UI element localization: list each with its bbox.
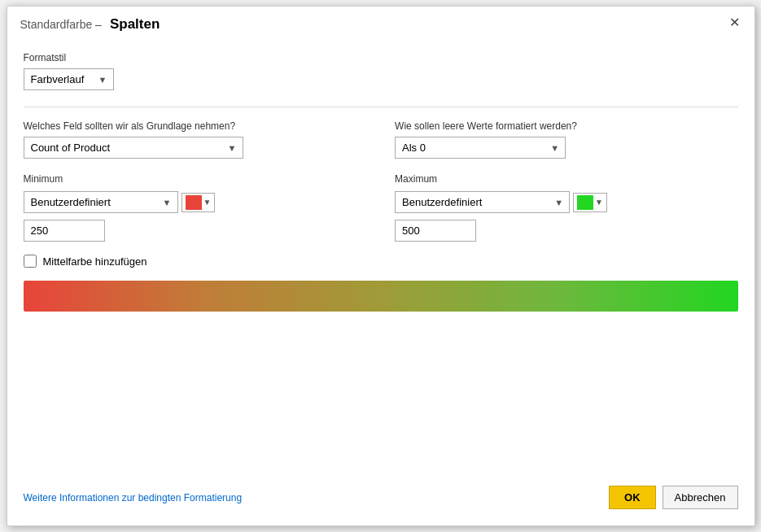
ok-button[interactable]: OK	[609, 486, 656, 509]
max-type-select[interactable]: Benutzerdefiniert Höchster Wert Prozent …	[395, 191, 570, 213]
field-basis-select-wrapper: Count of Product Sum of Revenue Average …	[24, 137, 243, 159]
title-prefix: Standardfarbe –	[20, 18, 102, 31]
content-area: Formatstil Farbverlauf Datenbalken Symbo…	[7, 39, 754, 341]
min-color-picker[interactable]: ▼	[182, 193, 216, 212]
title-main: Spalten	[110, 16, 160, 33]
empty-values-select[interactable]: Als 0 Als leer Als Minimum	[395, 137, 566, 159]
cancel-button[interactable]: Abbrechen	[663, 486, 738, 509]
footer: Weitere Informationen zur bedingten Form…	[7, 486, 754, 509]
format-style-label: Formatstil	[24, 52, 738, 63]
format-style-select[interactable]: Farbverlauf Datenbalken Symbole	[24, 68, 114, 90]
max-type-select-wrapper: Benutzerdefiniert Höchster Wert Prozent …	[395, 191, 570, 213]
dialog: Standardfarbe – Spalten ✕ Formatstil Far…	[7, 6, 755, 526]
close-button[interactable]: ✕	[724, 15, 745, 31]
max-color-picker[interactable]: ▼	[573, 193, 607, 212]
field-empty-row: Welches Feld sollten wir als Grundlage n…	[24, 120, 738, 159]
maximum-label: Maximum	[395, 173, 737, 185]
minimum-label: Minimum	[24, 173, 345, 185]
max-value-input[interactable]	[395, 220, 476, 242]
title-bar: Standardfarbe – Spalten ✕	[7, 7, 754, 39]
min-value-input[interactable]	[24, 220, 105, 242]
middle-color-checkbox[interactable]	[24, 255, 37, 268]
format-style-select-wrapper: Farbverlauf Datenbalken Symbole ▼	[24, 68, 114, 90]
field-basis-section: Welches Feld sollten wir als Grundlage n…	[24, 120, 345, 159]
middle-color-row: Mittelfarbe hinzufügen	[24, 255, 738, 268]
empty-values-select-wrapper: Als 0 Als leer Als Minimum ▼	[395, 137, 566, 159]
max-color-chevron-icon: ▼	[595, 198, 603, 207]
maximum-section: Maximum Benutzerdefiniert Höchster Wert …	[395, 173, 737, 242]
maximum-controls: Benutzerdefiniert Höchster Wert Prozent …	[395, 191, 737, 213]
middle-color-label[interactable]: Mittelfarbe hinzufügen	[43, 255, 147, 268]
min-color-chevron-icon: ▼	[203, 198, 212, 207]
empty-values-label: Wie sollen leere Werte formatiert werden…	[395, 120, 737, 132]
min-type-select[interactable]: Benutzerdefiniert Niedrigster Wert Proze…	[24, 191, 178, 213]
min-max-row: Minimum Benutzerdefiniert Niedrigster We…	[24, 173, 738, 242]
empty-values-section: Wie sollen leere Werte formatiert werden…	[395, 120, 737, 159]
field-basis-select[interactable]: Count of Product Sum of Revenue Average …	[24, 137, 243, 159]
minimum-controls: Benutzerdefiniert Niedrigster Wert Proze…	[24, 191, 345, 213]
format-style-section: Formatstil Farbverlauf Datenbalken Symbo…	[24, 52, 738, 90]
field-basis-label: Welches Feld sollten wir als Grundlage n…	[24, 120, 345, 132]
divider	[24, 107, 738, 107]
min-type-select-wrapper: Benutzerdefiniert Niedrigster Wert Proze…	[24, 191, 178, 213]
button-group: OK Abbrechen	[609, 486, 737, 509]
max-color-swatch	[577, 195, 593, 210]
info-link[interactable]: Weitere Informationen zur bedingten Form…	[24, 492, 243, 504]
minimum-section: Minimum Benutzerdefiniert Niedrigster We…	[24, 173, 345, 242]
min-color-swatch	[186, 195, 202, 210]
gradient-preview-bar	[24, 281, 738, 312]
